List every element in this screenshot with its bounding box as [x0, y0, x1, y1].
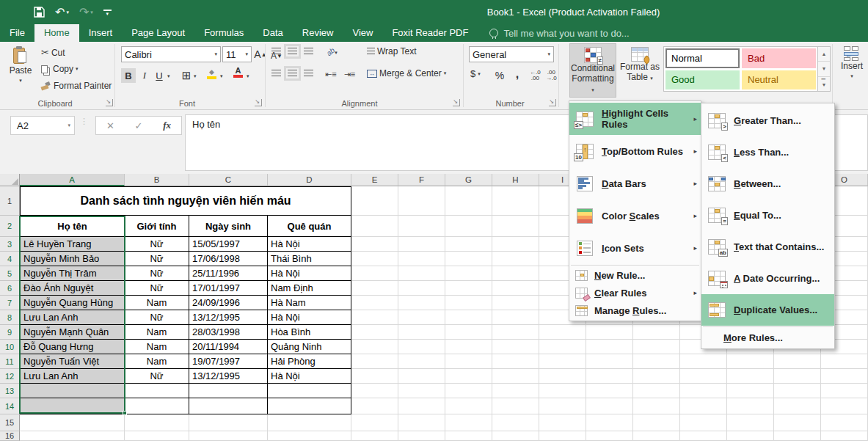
- grid-cell[interactable]: [445, 354, 492, 369]
- menu-item-clear-rules[interactable]: Clear Rules▸: [569, 284, 701, 301]
- gallery-more-icon[interactable]: ▔▼: [818, 77, 830, 91]
- gallery-scroll-up-icon[interactable]: ▲: [818, 47, 830, 62]
- grid-cell[interactable]: [492, 216, 539, 237]
- grid-cell[interactable]: [398, 369, 445, 384]
- font-dialog-launcher[interactable]: [255, 99, 262, 106]
- menu-item-text-that-contains[interactable]: abText that Contains...: [701, 231, 834, 263]
- cut-button[interactable]: ✂Cut: [41, 47, 65, 58]
- grid-cell[interactable]: [774, 414, 821, 431]
- align-center-button[interactable]: [288, 70, 297, 77]
- fill-color-button[interactable]: ◆: [207, 68, 216, 79]
- cell-style-good[interactable]: Good: [665, 70, 740, 90]
- grid-cell[interactable]: [492, 384, 539, 398]
- grid-cell[interactable]: [680, 398, 727, 414]
- table-data-cell[interactable]: Lê Huyền Trang: [20, 237, 125, 252]
- redo-dropdown-icon[interactable]: ▾: [90, 10, 93, 15]
- table-data-cell[interactable]: Hòa Bình: [268, 325, 351, 340]
- table-data-cell[interactable]: Nguyễn Thị Trâm: [20, 266, 125, 281]
- table-data-cell[interactable]: Hà Nội: [268, 266, 351, 281]
- grid-cell[interactable]: [586, 431, 633, 441]
- grid-cell[interactable]: [586, 340, 633, 354]
- grid-cell[interactable]: [539, 431, 586, 441]
- tab-formulas[interactable]: Formulas: [194, 24, 253, 42]
- table-data-cell[interactable]: 13/12/1995: [189, 369, 268, 384]
- grid-cell[interactable]: [633, 384, 680, 398]
- grid-cell[interactable]: [351, 252, 398, 266]
- grid-cell[interactable]: [351, 369, 398, 384]
- row-header-9[interactable]: 9: [0, 325, 20, 340]
- grid-cell[interactable]: [445, 186, 492, 216]
- table-data-cell[interactable]: Đỗ Quang Hưng: [20, 340, 125, 354]
- grid-cell[interactable]: [398, 414, 445, 431]
- menu-item-color-scales[interactable]: Color Scales▸: [569, 200, 701, 232]
- format-as-table-button[interactable]: Format as Table ▾: [619, 43, 661, 98]
- grid-cell[interactable]: [633, 325, 680, 340]
- grid-cell[interactable]: [351, 414, 398, 431]
- menu-item-more-rules[interactable]: More Rules...: [701, 328, 834, 347]
- grid-cell[interactable]: [351, 310, 398, 325]
- row-header-11[interactable]: 11: [0, 354, 20, 369]
- table-data-cell[interactable]: Nữ: [125, 310, 189, 325]
- grid-cell[interactable]: [351, 384, 398, 398]
- grid-cell[interactable]: [398, 398, 445, 414]
- table-data-cell[interactable]: Lưu Lan Anh: [20, 369, 125, 384]
- cell-style-bad[interactable]: Bad: [742, 48, 816, 68]
- grid-cell[interactable]: [398, 296, 445, 310]
- grid-cell[interactable]: [539, 398, 586, 414]
- grid-cell[interactable]: [539, 354, 586, 369]
- grid-cell[interactable]: [20, 414, 125, 431]
- grid-cell[interactable]: [445, 296, 492, 310]
- table-data-cell[interactable]: Đào Ánh Nguyệt: [20, 281, 125, 296]
- grid-cell[interactable]: [125, 431, 189, 441]
- table-empty-cell[interactable]: [125, 384, 189, 398]
- grid-cell[interactable]: [445, 398, 492, 414]
- grid-cell[interactable]: [821, 414, 868, 431]
- table-header-cell[interactable]: Quê quán: [268, 216, 351, 237]
- grid-cell[interactable]: [398, 216, 445, 237]
- table-data-cell[interactable]: Nguyễn Tuấn Việt: [20, 354, 125, 369]
- grid-cell[interactable]: [539, 384, 586, 398]
- grid-cell[interactable]: [398, 325, 445, 340]
- table-data-cell[interactable]: 15/05/1997: [189, 237, 268, 252]
- grid-cell[interactable]: [351, 281, 398, 296]
- grid-cell[interactable]: [492, 325, 539, 340]
- increase-indent-button[interactable]: ⇥≡: [344, 70, 356, 79]
- increase-decimal-button[interactable]: ←.0.00: [530, 70, 541, 81]
- grid-cell[interactable]: [125, 414, 189, 431]
- grid-cell[interactable]: [492, 310, 539, 325]
- table-data-cell[interactable]: Nam: [125, 340, 189, 354]
- grid-cell[interactable]: [821, 369, 868, 384]
- grid-cell[interactable]: [680, 431, 727, 441]
- grid-cell[interactable]: [680, 414, 727, 431]
- borders-button[interactable]: ⊞: [180, 68, 193, 83]
- underline-button[interactable]: U: [153, 68, 166, 83]
- table-data-cell[interactable]: Nguyễn Minh Bảo: [20, 252, 125, 266]
- grid-cell[interactable]: [727, 369, 774, 384]
- menu-item-highlight-cells-rules[interactable]: ≤>Highlight Cells Rules▸: [569, 103, 701, 135]
- grid-cell[interactable]: [351, 266, 398, 281]
- grid-cell[interactable]: [492, 398, 539, 414]
- merge-center-button[interactable]: ↔Merge & Center▾: [367, 68, 446, 78]
- grid-cell[interactable]: [445, 310, 492, 325]
- menu-item-less-than[interactable]: <Less Than...: [701, 136, 834, 168]
- table-data-cell[interactable]: Nữ: [125, 369, 189, 384]
- tab-foxit-reader-pdf[interactable]: Foxit Reader PDF: [382, 24, 478, 42]
- row-header-2[interactable]: 2: [0, 216, 20, 237]
- row-header-12[interactable]: 12: [0, 369, 20, 384]
- insert-dropdown-icon[interactable]: ▾: [850, 71, 853, 81]
- table-data-cell[interactable]: 13/12/1995: [189, 310, 268, 325]
- grid-cell[interactable]: [398, 237, 445, 252]
- grid-cell[interactable]: [633, 414, 680, 431]
- table-data-cell[interactable]: Nam: [125, 354, 189, 369]
- clipboard-dialog-launcher[interactable]: [106, 99, 113, 106]
- table-data-cell[interactable]: 17/06/1998: [189, 252, 268, 266]
- copy-dropdown-icon[interactable]: ▾: [76, 66, 79, 72]
- grid-cell[interactable]: [586, 354, 633, 369]
- grid-cell[interactable]: [727, 398, 774, 414]
- grid-cell[interactable]: [492, 186, 539, 216]
- column-header-H[interactable]: H: [492, 174, 539, 186]
- column-header-D[interactable]: D: [268, 174, 351, 186]
- grid-cell[interactable]: [398, 266, 445, 281]
- table-header-cell[interactable]: Giới tính: [125, 216, 189, 237]
- column-header-A[interactable]: A: [20, 174, 125, 186]
